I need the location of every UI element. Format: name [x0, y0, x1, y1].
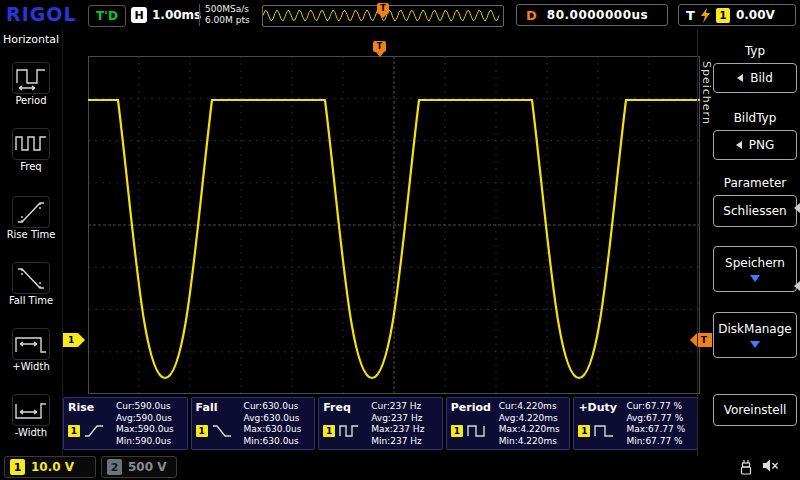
rigol-logo: RIGOL [6, 3, 77, 25]
measurement-max: Max:590.0us [116, 424, 183, 436]
fall-time-icon [12, 262, 50, 294]
trigger-source-badge: 1 [716, 8, 730, 23]
sidebar-item-label: Rise Time [0, 229, 62, 240]
lightning-icon [701, 8, 710, 23]
menu-item-bild[interactable]: Bild [713, 63, 797, 93]
plus-width-icon [12, 328, 50, 360]
measurement-fall: Fall 1 Cur:630.0us Avg:630.0us Max:630.0… [191, 397, 316, 450]
sidebar-item-period[interactable]: Period [0, 62, 62, 106]
measurement-min: Min:67.77 % [626, 436, 693, 448]
sidebar-item-freq[interactable]: Freq [0, 128, 62, 172]
menu-item-schliessen[interactable]: Schliessen [713, 195, 797, 227]
sidebar-item-label: Freq [0, 161, 62, 172]
channel1-badge: 1 [10, 459, 25, 475]
measurement-avg: Avg:67.77 % [626, 413, 693, 425]
minus-width-icon [12, 394, 50, 426]
channel2-status[interactable]: 2 500 V [101, 456, 177, 478]
period-icon [12, 62, 50, 94]
sidebar-item-label: +Width [0, 361, 62, 372]
measurement-duty: +Duty 1 Cur:67.77 % Avg:67.77 % Max:67.7… [573, 397, 698, 450]
menu-item-value: Schliessen [723, 204, 786, 218]
channel1-scale: 10.0 V [31, 460, 74, 474]
sidebar-item-pos-width[interactable]: +Width [0, 328, 62, 372]
trigger-level-readout: 0.00V [736, 8, 775, 22]
trigger-status-badge: T'D [88, 5, 126, 27]
measurement-rise: Rise 1 Cur:590.0us Avg:590.0us Max:590.0… [63, 397, 188, 450]
menu-header-bildtyp: BildTyp [713, 111, 797, 125]
channel1-waveform [88, 56, 700, 394]
channel-badge: 1 [196, 425, 208, 437]
sidebar-item-rise-time[interactable]: Rise Time [0, 196, 62, 240]
menu-item-value: DiskManage [718, 322, 791, 336]
trigger-position-marker[interactable]: T [373, 41, 386, 52]
chevron-left-icon [736, 141, 742, 149]
menu-edge-indicator [794, 281, 800, 291]
menu-item-value: Speichern [725, 256, 785, 270]
measurement-avg: Avg:4.220ms [499, 413, 566, 425]
menu-item-voreinstell[interactable]: Voreinstell [713, 394, 797, 426]
channel2-scale: 500 V [128, 460, 167, 474]
sidebar-item-label: -Width [0, 427, 62, 438]
measure-sidebar: Horizontal Period Freq Rise Time [0, 30, 63, 456]
channel-badge: 1 [578, 425, 590, 437]
sidebar-item-neg-width[interactable]: -Width [0, 394, 62, 438]
menu-tab-title: Speichern [699, 38, 713, 148]
menu-item-speichern[interactable]: Speichern [713, 246, 797, 292]
measurement-max: Max:67.77 % [626, 424, 693, 436]
acquisition-info: 500MSa/s 6.00M pts [199, 4, 250, 26]
menu-edge-indicator [794, 203, 800, 213]
chevron-down-icon [750, 341, 760, 348]
delay-label: D [526, 8, 537, 23]
speaker-muted-icon [762, 458, 780, 474]
sidebar-item-fall-time[interactable]: Fall Time [0, 262, 62, 306]
measurement-period: Period 1 Cur:4.220ms Avg:4.220ms Max:4.2… [446, 397, 571, 450]
trigger-readout-box: T 1 0.00V [678, 4, 796, 26]
waveform-display [88, 56, 700, 394]
freq-icon [12, 128, 50, 160]
measurement-name: Freq [323, 401, 369, 414]
menu-item-png[interactable]: PNG [713, 130, 797, 160]
timebase-readout: 1.00ms [152, 8, 201, 22]
measurement-min: Min:590.0us [116, 436, 183, 448]
trigger-label: T [686, 8, 695, 23]
measurement-name: Rise [68, 401, 114, 414]
sidebar-title: Horizontal [0, 30, 62, 46]
chevron-left-icon [737, 74, 743, 82]
measurement-max: Max:630.0us [244, 424, 311, 436]
sidebar-item-label: Fall Time [0, 295, 62, 306]
measurement-cur: Cur:630.0us [244, 401, 311, 413]
channel1-status[interactable]: 1 10.0 V [4, 456, 96, 478]
measurement-avg: Avg:237 Hz [371, 413, 438, 425]
measurement-cur: Cur:237 Hz [371, 401, 438, 413]
measurement-name: Fall [196, 401, 242, 414]
delay-value: 80.0000000us [547, 8, 648, 22]
sidebar-item-label: Period [0, 95, 62, 106]
rise-time-icon [12, 196, 50, 228]
measurement-cur: Cur:4.220ms [499, 401, 566, 413]
channel2-badge: 2 [107, 459, 122, 475]
menu-header-typ: Typ [713, 44, 797, 58]
measurement-min: Min:630.0us [244, 436, 311, 448]
measurement-cur: Cur:67.77 % [626, 401, 693, 413]
measurement-avg: Avg:590.0us [116, 413, 183, 425]
measurement-freq: Freq 1 Cur:237 Hz Avg:237 Hz Max:237 Hz … [318, 397, 443, 450]
fall-glyph-icon [211, 423, 233, 439]
channel1-level-marker[interactable]: 1 [63, 333, 85, 347]
channel-badge: 1 [68, 425, 80, 437]
measurement-cur: Cur:590.0us [116, 401, 183, 413]
preview-trigger-handle[interactable]: T [377, 3, 389, 14]
sample-rate: 500MSa/s [205, 4, 250, 15]
oscilloscope-screen: RIGOL T'D H 1.00ms 500MSa/s 6.00M pts T … [0, 0, 800, 480]
rise-glyph-icon [83, 423, 105, 439]
freq-glyph-icon [338, 423, 360, 439]
channel-badge: 1 [323, 425, 335, 437]
horizontal-h-badge: H [131, 7, 147, 23]
menu-item-diskmanage[interactable]: DiskManage [713, 312, 797, 358]
period-glyph-icon [466, 423, 488, 439]
channel-badge: 1 [451, 425, 463, 437]
menu-item-value: Voreinstell [724, 403, 787, 417]
measurement-max: Max:237 Hz [371, 424, 438, 436]
delay-readout-box: D 80.0000000us [516, 4, 668, 26]
measurement-bar: Rise 1 Cur:590.0us Avg:590.0us Max:590.0… [62, 395, 699, 452]
waveform-preview-strip: T [262, 5, 504, 27]
